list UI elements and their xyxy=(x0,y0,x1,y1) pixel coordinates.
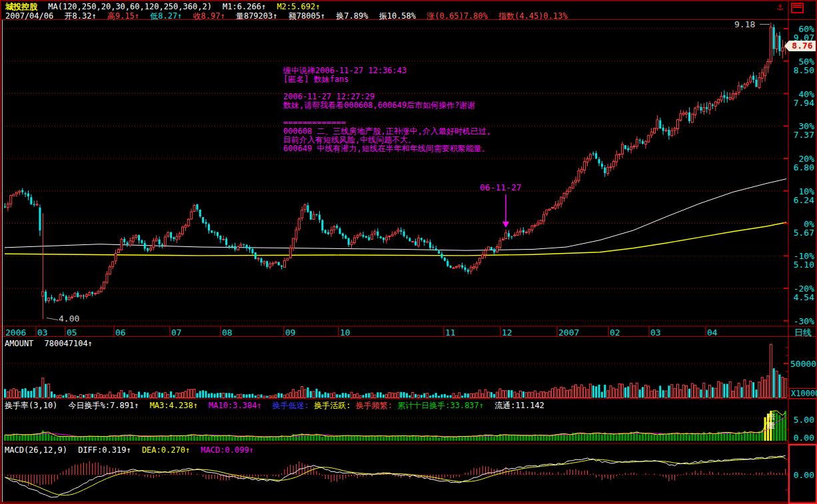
month-label: 08 xyxy=(222,328,233,338)
turnover-float: 流通:11.142 xyxy=(494,401,544,410)
month-label: 03 xyxy=(650,328,661,338)
close-value: 收8.97↑ xyxy=(193,11,225,21)
month-label: 2006 xyxy=(5,328,26,338)
macd-value: MACD:0.099↑ xyxy=(201,445,253,455)
month-label: 10 xyxy=(340,328,351,338)
stock-name: 城投控股 xyxy=(5,2,37,11)
chat-line: 数妹,请帮我看看000608,600649后市如何操作?谢谢 xyxy=(283,101,491,110)
event-date-label: 06-11-27 xyxy=(480,182,522,192)
amount-value: 额78005↑ xyxy=(289,11,325,21)
turnover-ma10: MA10:3.384↑ xyxy=(209,401,261,410)
macd-active-frame[interactable] xyxy=(788,444,817,504)
turnover-panel-header: 换手率(3,10) 今日换手%:7.891↑ MA3:4.238↑ MA10:3… xyxy=(5,400,550,411)
high-price-label: 9.18 xyxy=(734,19,755,29)
chat-line: [匿名] 数妹fans xyxy=(283,75,491,84)
amplitude-value: 振10.58% xyxy=(379,11,416,21)
turnover-today: 今日换手%:7.891↑ xyxy=(69,401,139,410)
amount-unit-button[interactable]: X10000 xyxy=(789,388,817,399)
turnover-title: 换手率(3,10) xyxy=(5,401,57,410)
y-axis-price-label: 5.10 xyxy=(790,260,814,270)
turnover-low-label: 换手低迷: xyxy=(273,401,309,410)
index-value: 指数(4.45)0.13% xyxy=(498,11,567,21)
amount-panel-value: 780047104↑ xyxy=(45,339,93,348)
ma-settings-label: MA(120,250,20,30,60,120,250,360,2) xyxy=(48,2,212,11)
m1-value: M1:6.266↑ xyxy=(223,2,266,11)
macd-diff: DIFF:0.319↑ xyxy=(78,445,131,455)
y-axis-price-label: 6.80 xyxy=(790,162,814,172)
turnover-scale-0: 0.00 xyxy=(790,433,814,443)
turnover-active-label: 换手活跃: xyxy=(314,401,351,410)
volume-value: 量879203↑ xyxy=(236,11,278,21)
y-axis-price-label: 4.54 xyxy=(790,292,814,302)
amount-panel-header: AMOUNT 780047104↑ xyxy=(5,339,99,348)
header-row-2: 2007/04/06 开8.32↑ 高9.15↑ 低8.27↑ 收8.97↑ 量… xyxy=(5,11,573,22)
macd-title: MACD(26,12,9) xyxy=(5,445,67,455)
stock-app-window: 城投控股 MA(120,250,20,30,60,120,250,360,2) … xyxy=(0,0,817,504)
y-axis-price-label: 5.67 xyxy=(790,228,814,238)
month-label: 2007 xyxy=(558,328,579,338)
turnover-frequent-label: 换手频繁: xyxy=(356,401,393,410)
double-volume-marker: 倍 量 xyxy=(767,413,776,430)
chat-line: 600649 中线有潜力,短线在半年和年线间需要积聚能量。 xyxy=(283,144,491,153)
month-label: 09 xyxy=(285,328,296,338)
month-label: 02 xyxy=(610,328,620,338)
turnover-cum10: 累计十日换手:33.837↑ xyxy=(397,401,484,410)
period-label[interactable]: 日线 xyxy=(794,327,812,339)
panel-layout-icon[interactable] xyxy=(791,3,804,13)
month-label: 04 xyxy=(707,328,718,338)
month-label: 06 xyxy=(115,328,126,338)
month-label: 07 xyxy=(171,328,182,338)
change-value: 涨(0.65)7.80% xyxy=(426,11,487,21)
y-axis-price-label: 7.94 xyxy=(790,98,814,108)
turnover-ma3: MA3:4.238↑ xyxy=(150,401,198,410)
macd-dea: DEA:0.270↑ xyxy=(142,445,190,455)
turnover-value: 换7.89% xyxy=(336,11,368,21)
y-axis-price-label: 7.37 xyxy=(790,130,814,140)
amount-scale-label: 500000 xyxy=(790,359,814,369)
month-label: 05 xyxy=(67,328,77,338)
chat-annotation: 缠中说禅2006-11-27 12:36:43 [匿名] 数妹fans 2006… xyxy=(283,67,491,153)
date-value: 2007/04/06 xyxy=(5,11,53,21)
open-value: 开8.32↑ xyxy=(64,11,96,21)
y-axis-percent-label: -30% xyxy=(790,316,814,326)
y-axis-price-label: 8.50 xyxy=(790,65,814,75)
m2-value: M2:5.692↑ xyxy=(277,2,320,11)
low-value: 低8.27↑ xyxy=(150,11,182,21)
anchor-icon[interactable]: ⚓ xyxy=(777,1,783,13)
amount-panel-label: AMOUNT xyxy=(5,339,33,348)
turnover-scale-5: 5.00 xyxy=(790,415,814,425)
month-label: 03 xyxy=(37,328,48,338)
month-label: 12 xyxy=(502,328,512,338)
macd-panel-header: MACD(26,12,9) DIFF:0.319↑ DEA:0.270↑ MAC… xyxy=(5,445,260,455)
current-price-tag: 8.76 xyxy=(789,41,816,51)
low-price-label: 4.00 xyxy=(59,314,79,324)
high-value: 高9.15↑ xyxy=(107,11,139,21)
month-label: 11 xyxy=(445,328,456,338)
y-axis-price-label: 6.24 xyxy=(790,195,814,205)
